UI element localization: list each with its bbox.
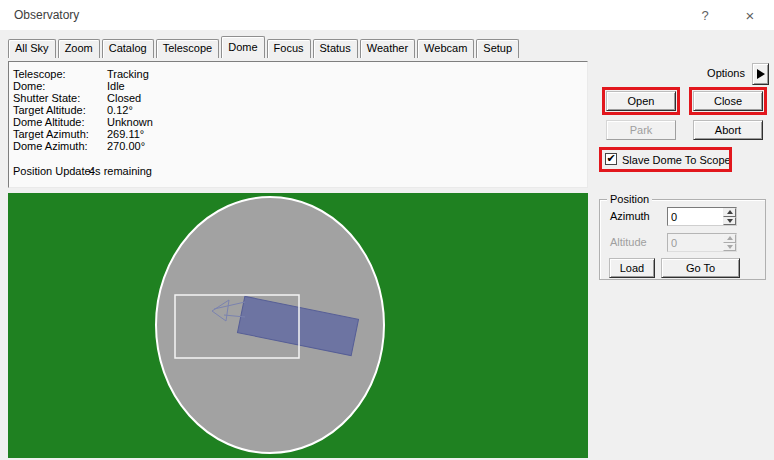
altitude-spin-down-button: [723, 243, 736, 252]
observatory-dialog: Observatory ? × All Sky Zoom Catalog Tel…: [0, 0, 774, 460]
options-label: Options: [675, 67, 745, 79]
load-button[interactable]: Load: [609, 258, 655, 278]
close-shutter-button[interactable]: Close: [693, 91, 763, 111]
status-row-telescope: Telescope: Tracking: [13, 68, 587, 80]
options-menu-button[interactable]: [752, 63, 769, 85]
status-row-shutter-state: Shutter State: Closed: [13, 92, 587, 104]
slave-dome-checkbox[interactable]: ✔: [605, 153, 617, 165]
abort-button[interactable]: Abort: [693, 120, 763, 140]
tab-focus[interactable]: Focus: [267, 39, 311, 58]
status-label: Dome Azimuth:: [13, 140, 107, 152]
checkmark-icon: ✔: [606, 153, 615, 164]
status-value: Idle: [107, 80, 125, 92]
status-row-target-azimuth: Target Azimuth: 269.11°: [13, 128, 587, 140]
altitude-label: Altitude: [610, 236, 647, 248]
park-button: Park: [606, 120, 676, 140]
tab-setup[interactable]: Setup: [476, 39, 519, 58]
azimuth-spin-down-button[interactable]: [723, 217, 736, 226]
tab-webcam[interactable]: Webcam: [417, 39, 474, 58]
status-value: Unknown: [107, 116, 153, 128]
azimuth-label: Azimuth: [610, 210, 650, 222]
azimuth-spin-up-button[interactable]: [723, 208, 736, 217]
tab-telescope[interactable]: Telescope: [156, 39, 220, 58]
slave-dome-label[interactable]: Slave Dome To Scope: [622, 154, 731, 166]
status-label: Target Azimuth:: [13, 128, 107, 140]
status-label: Position Update:: [13, 165, 89, 177]
tab-strip: All Sky Zoom Catalog Telescope Dome Focu…: [8, 36, 521, 58]
tab-all-sky[interactable]: All Sky: [8, 39, 56, 58]
status-label: Shutter State:: [13, 92, 107, 104]
status-row-dome-azimuth: Dome Azimuth: 270.00°: [13, 140, 587, 152]
position-group-title: Position: [607, 193, 652, 205]
status-row-dome: Dome: Idle: [13, 80, 587, 92]
status-row-dome-altitude: Dome Altitude: Unknown: [13, 116, 587, 128]
status-value: 4s remaining: [89, 165, 152, 177]
status-value: Closed: [107, 92, 141, 104]
tab-zoom[interactable]: Zoom: [58, 39, 100, 58]
tab-dome[interactable]: Dome: [221, 36, 264, 58]
window-title: Observatory: [14, 8, 79, 22]
status-label: Dome:: [13, 80, 107, 92]
spin-up-icon: [727, 236, 733, 240]
altitude-spinner: [667, 233, 737, 252]
close-icon: ×: [746, 7, 755, 24]
status-value: 0.12°: [107, 104, 133, 116]
spin-up-icon: [727, 210, 733, 214]
triangle-right-icon: [757, 69, 765, 79]
spin-down-icon: [727, 219, 733, 223]
dome-view-canvas: [8, 193, 588, 458]
tab-status[interactable]: Status: [313, 39, 358, 58]
help-icon: ?: [701, 8, 708, 23]
status-label: Dome Altitude:: [13, 116, 107, 128]
spin-down-icon: [727, 245, 733, 249]
tab-catalog[interactable]: Catalog: [102, 39, 154, 58]
status-panel: Telescope: Tracking Dome: Idle Shutter S…: [8, 61, 588, 188]
altitude-input: [668, 234, 723, 251]
help-button[interactable]: ?: [692, 4, 718, 26]
status-row-target-altitude: Target Altitude: 0.12°: [13, 104, 587, 116]
status-row-position-update: Position Update: 4s remaining: [13, 165, 587, 177]
status-label: Telescope:: [13, 68, 107, 80]
status-value: 269.11°: [107, 128, 144, 140]
azimuth-spinner: [667, 207, 737, 226]
azimuth-input[interactable]: [668, 208, 723, 225]
position-group: Position Azimuth Altitude: [599, 199, 766, 280]
status-value: Tracking: [107, 68, 149, 80]
status-value: 270.00°: [107, 140, 145, 152]
titlebar: Observatory ? ×: [0, 0, 774, 30]
tab-weather[interactable]: Weather: [360, 39, 415, 58]
altitude-spin-up-button: [723, 234, 736, 243]
goto-button[interactable]: Go To: [661, 258, 740, 278]
open-shutter-button[interactable]: Open: [606, 91, 676, 111]
status-label: Target Altitude:: [13, 104, 107, 116]
window-close-button[interactable]: ×: [737, 4, 763, 26]
